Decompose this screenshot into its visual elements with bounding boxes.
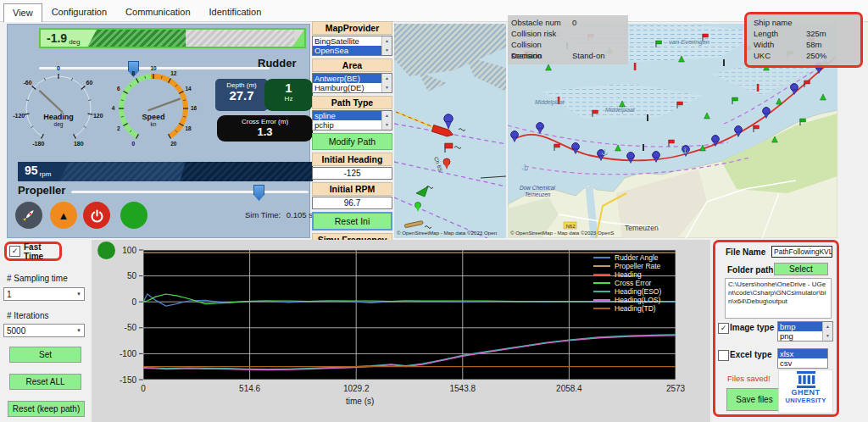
map-provider-option-bingsatellite[interactable]: BingSatellite	[313, 36, 381, 46]
select-folder-button[interactable]: Select	[774, 263, 828, 275]
image-type-option-png[interactable]: png	[778, 331, 822, 341]
svg-text:60: 60	[86, 80, 93, 86]
tab-configuration[interactable]: Configuration	[42, 3, 116, 21]
rudder-label: Rudder	[258, 57, 297, 69]
svg-text:10: 10	[150, 65, 157, 71]
path-type-option-spline[interactable]: spline	[313, 111, 381, 120]
chevron-down-icon: ▼	[76, 328, 81, 333]
sim-time: Sim Time: 0.105 s	[245, 210, 313, 219]
tab-identification[interactable]: Identification	[200, 3, 271, 21]
excel-type-option-csv[interactable]: csv	[778, 358, 827, 368]
depth-display: Depth (m) 27.7	[215, 79, 268, 111]
scroll-down-icon[interactable]: ▼	[382, 46, 392, 55]
width-label: Width	[754, 39, 806, 50]
svg-text:180: 180	[74, 141, 84, 147]
scroll-up-icon[interactable]: ▲	[382, 36, 392, 46]
alarm-button[interactable]: ▲	[50, 202, 77, 229]
anchor-icon: ⚓	[601, 148, 609, 156]
fast-time-checkbox[interactable]: ✓	[9, 246, 20, 257]
scroll-up-icon[interactable]: ▲	[382, 111, 392, 120]
water-label-middelplaat: Middelplaat	[535, 99, 565, 106]
area-option-antwerp[interactable]: Antwerp(BE)	[313, 74, 381, 83]
svg-text:-60: -60	[24, 80, 32, 86]
folder-path-value[interactable]: C:\Users\honhe\OneDrive - UGent\code\Csh…	[725, 278, 832, 319]
scroll-up-icon[interactable]: ▲	[382, 74, 392, 83]
image-type-label: Image type	[730, 323, 774, 332]
scroll-down-icon[interactable]: ▼	[382, 120, 392, 130]
svg-text:-120: -120	[13, 113, 25, 119]
legend-entry: Cross Error	[593, 279, 661, 286]
road-label: N62	[566, 224, 576, 229]
rocket-icon	[20, 207, 37, 224]
decision-label: Decision	[511, 50, 572, 61]
heading-gauge: -180-120-60060120180Headingdeg	[12, 64, 105, 153]
file-name-label: File Name	[726, 247, 765, 257]
chevron-down-icon: ▼	[76, 292, 81, 297]
tab-view[interactable]: View	[3, 3, 42, 22]
legend-entry: Heading(ESO)	[593, 287, 661, 295]
svg-text:-100: -100	[120, 349, 136, 358]
ukc-label: UKC	[754, 50, 806, 61]
svg-text:12: 12	[170, 70, 177, 76]
local-map[interactable]: Ch 6S © OpenStreetMap - Map data ©2023 O…	[394, 24, 506, 238]
water-label-middelplaat: Middelplaat	[605, 107, 636, 114]
reset-keep-path-button[interactable]: Reset (keep path)	[8, 401, 85, 417]
svg-text:-150: -150	[120, 375, 136, 385]
svg-text:20: 20	[170, 141, 177, 147]
path-type-option-pchip[interactable]: pchip	[313, 120, 381, 130]
reset-all-button[interactable]: Reset ALL	[9, 374, 81, 390]
scroll-up-icon[interactable]: ▲	[823, 322, 832, 331]
svg-text:0: 0	[57, 65, 60, 71]
power-button[interactable]	[83, 202, 110, 229]
water-label-everingen: van Everingen	[669, 38, 709, 46]
sim-time-label: Sim Time:	[245, 210, 281, 219]
image-type-option-bmp[interactable]: bmp	[778, 322, 822, 331]
propeller-value: 95 rpm	[18, 162, 69, 181]
ship-name-title: Ship name	[754, 17, 792, 28]
scroll-down-icon[interactable]: ▼	[823, 331, 832, 341]
file-name-input[interactable]: PathFollowingKVLC	[771, 246, 832, 258]
iterations-dropdown[interactable]: 5000▼	[3, 324, 85, 337]
reset-ini-button[interactable]: Reset Ini	[312, 212, 392, 230]
anchor-icon: ⚓	[521, 164, 529, 171]
area-list[interactable]: Antwerp(BE) Hamburg(DE) ▲▼	[312, 73, 392, 93]
obstacle-num-label: Obstacle num	[511, 17, 572, 28]
svg-text:1029.2: 1029.2	[343, 384, 370, 393]
excel-type-label: Excel type	[730, 350, 771, 359]
fast-time-toggle[interactable]: ✓ Fast Time	[4, 242, 62, 261]
svg-text:120: 120	[93, 113, 103, 119]
initial-heading-field[interactable]: -125	[312, 167, 392, 180]
excel-type-checkbox[interactable]	[718, 350, 729, 361]
start-button[interactable]	[120, 202, 147, 229]
propeller-slider[interactable]	[71, 191, 309, 193]
files-saved-status: Files saved!	[727, 374, 771, 383]
set-button[interactable]: Set	[9, 347, 81, 363]
propeller-slider-thumb[interactable]	[253, 185, 264, 201]
initial-rpm-field[interactable]: 96.7	[312, 197, 392, 209]
svg-text:16: 16	[191, 105, 198, 111]
collision-risk-label: Collision risk	[511, 28, 572, 39]
iterations-label: # Iterations	[7, 311, 48, 320]
sampling-time-dropdown[interactable]: 1▼	[3, 287, 85, 301]
legend-entry: Rudder Angle	[593, 253, 661, 261]
map-provider-list[interactable]: BingSatellite OpenSea ▲▼	[312, 36, 392, 56]
path-type-list[interactable]: spline pchip ▲▼	[312, 110, 392, 130]
rudder-bar-tip	[292, 30, 304, 47]
university-columns-icon	[795, 370, 817, 389]
image-type-list[interactable]: bmp png ▲▼	[777, 321, 833, 341]
excel-type-list[interactable]: xlsx csv	[777, 348, 828, 369]
ukc-value: 250%	[806, 50, 826, 61]
area-header: Area	[312, 58, 392, 72]
excel-type-option-xlsx[interactable]: xlsx	[778, 349, 827, 358]
launch-button[interactable]	[15, 202, 42, 229]
scroll-down-icon[interactable]: ▼	[382, 83, 392, 92]
tab-communication[interactable]: Communication	[116, 3, 199, 21]
area-option-hamburg[interactable]: Hamburg(DE)	[313, 83, 381, 92]
anchor-icon: ⚓	[682, 147, 689, 154]
rudder-angle-bar: -1.9 deg	[39, 28, 306, 48]
save-files-button[interactable]: Save files	[726, 388, 782, 411]
legend-entry: Heading(TD)	[593, 304, 661, 312]
modify-path-button[interactable]: Modify Path	[312, 133, 392, 150]
image-type-checkbox[interactable]: ✓	[718, 323, 729, 334]
map-provider-option-opensea[interactable]: OpenSea	[313, 46, 381, 55]
